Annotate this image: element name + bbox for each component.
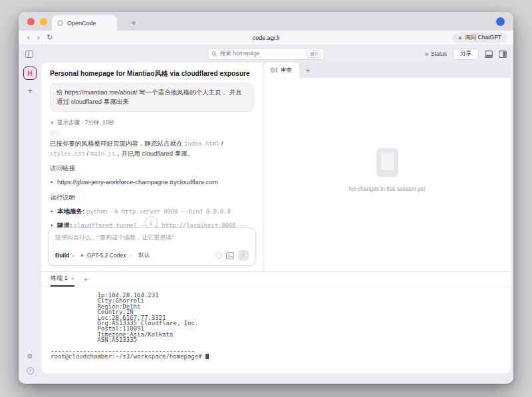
- new-project-button[interactable]: +: [27, 86, 33, 96]
- browser-tabstrip: OpenCode +: [19, 12, 513, 31]
- openai-logo-icon: ✳: [80, 253, 84, 259]
- user-message: 给 https://miantiao.me/about/ 写一个适合他风格的个人…: [50, 83, 254, 112]
- status-label: Status: [431, 51, 447, 57]
- summary-text: /: [219, 140, 223, 147]
- review-tab-label: 审查: [281, 66, 292, 74]
- reload-icon[interactable]: ↻: [47, 34, 53, 41]
- status-indicator[interactable]: Status: [425, 51, 447, 57]
- tab-terminal-1[interactable]: 终端 1 ×: [51, 274, 74, 287]
- ask-chatgpt-button[interactable]: ✳ 询问 ChatGPT: [453, 33, 507, 43]
- help-icon[interactable]: ?: [27, 367, 34, 374]
- share-button[interactable]: 分享: [453, 49, 479, 60]
- run-heading: 运行说明: [50, 194, 254, 202]
- terminal-output: Ip:104.28.164.231 City:Ghorroli Region:D…: [51, 292, 205, 360]
- openai-logo-icon: ✳: [458, 35, 463, 41]
- show-steps-toggle[interactable]: ▼ 显示步骤 · 7分钟, 10秒: [50, 119, 254, 127]
- search-shortcut-badge: ⌘P: [307, 50, 321, 58]
- mode-label: Build: [55, 252, 69, 259]
- new-tab-button[interactable]: +: [127, 15, 140, 30]
- ask-chatgpt-label: 询问 ChatGPT: [465, 34, 501, 42]
- search-placeholder: 搜索 homepage: [220, 50, 303, 58]
- opencode-app: 搜索 homepage ⌘P Status 分享 H: [19, 45, 513, 384]
- workspace: Personal homepage for Miantiao风格 via clo…: [41, 63, 511, 373]
- address-bar[interactable]: code.agi.li: [253, 35, 280, 41]
- bullet-code: python -m http.server 8000 --bind 0.0.0.…: [86, 208, 231, 215]
- default-option[interactable]: 默认: [138, 251, 150, 259]
- sidebar-toggle-icon[interactable]: [25, 51, 33, 58]
- terminal-tabstrip: 终端 1 × +: [41, 272, 511, 287]
- links-heading: 访问链接: [50, 164, 254, 173]
- empty-file-icon: [376, 148, 398, 177]
- tab-review[interactable]: 审查: [263, 63, 299, 78]
- panel-right-icon[interactable]: [499, 51, 507, 58]
- inline-code: main.js: [90, 150, 115, 157]
- arrow-down-icon: ↓: [149, 219, 152, 226]
- model-label: GPT-5.2 Codex: [87, 252, 126, 259]
- summary-text: ，并已用 cloudflared 暴露。: [115, 150, 194, 157]
- add-review-tab-button[interactable]: +: [299, 63, 317, 78]
- arrow-up-icon: ↑: [242, 252, 245, 259]
- chevron-down-icon: ⌄: [71, 253, 75, 258]
- app-header: 搜索 homepage ⌘P Status 分享: [19, 45, 513, 63]
- browser-tab-opencode[interactable]: OpenCode: [52, 15, 117, 31]
- add-terminal-button[interactable]: +: [84, 275, 88, 287]
- inline-code: styles.css: [50, 150, 85, 157]
- chevron-down-icon: ▼: [50, 120, 55, 125]
- inline-code: index.html: [184, 140, 219, 147]
- browser-window: OpenCode + ‹ › ↻ code.agi.li ✳ 询问 ChatGP…: [19, 12, 513, 384]
- message-composer[interactable]: 随便问点什么... "重构这个函数，让它更易读" Build ⌄ ✳ GPT-5…: [48, 227, 256, 266]
- forward-icon[interactable]: ›: [37, 34, 40, 41]
- diff-columns-icon: [271, 67, 277, 73]
- minimize-window-button[interactable]: [40, 18, 47, 25]
- summary-text: /: [85, 150, 90, 157]
- list-item: 本地服务: python -m http.server 8000 --bind …: [50, 207, 254, 216]
- profile-avatar[interactable]: [496, 17, 505, 26]
- terminal-panel: 终端 1 × + Ip:104.28.164.231 City:Ghorroli…: [41, 271, 511, 373]
- record-circle-icon[interactable]: [215, 252, 222, 259]
- mode-selector[interactable]: Build ⌄: [55, 252, 75, 259]
- review-pane: 审查 + No changes in this session yet: [263, 63, 511, 271]
- project-logo-homepage[interactable]: H: [23, 66, 37, 80]
- main-area: H + ⚙ ? Personal homepage for Miantiao风格…: [19, 63, 513, 384]
- bullet-label: 本地服务:: [57, 207, 84, 215]
- panel-bottom-icon[interactable]: [485, 51, 493, 58]
- steps-toggle-label: 显示步骤 · 7分钟, 10秒: [57, 119, 114, 127]
- terminal-tab-label: 终端 1: [51, 274, 68, 283]
- close-icon[interactable]: ×: [71, 275, 74, 282]
- summary-text: 已按你要的风格整理好页面内容，静态站点就在: [50, 140, 184, 147]
- assistant-summary: 已按你要的风格整理好页面内容，静态站点就在 index.html / style…: [50, 138, 254, 158]
- search-icon: [211, 51, 217, 57]
- composer-placeholder: 随便问点什么... "重构这个函数，让它更易读": [55, 233, 249, 242]
- close-window-button[interactable]: [27, 18, 35, 25]
- search-input[interactable]: 搜索 homepage ⌘P: [207, 48, 325, 60]
- terminal-output-area[interactable]: Ip:104.28.164.231 City:Ghorroli Region:D…: [41, 287, 511, 373]
- opencode-favicon-icon: [57, 20, 63, 26]
- browser-toolbar: ‹ › ↻ code.agi.li ✳ 询问 ChatGPT: [19, 31, 513, 45]
- model-selector[interactable]: ✳ GPT-5.2 Codex ⌄: [80, 252, 132, 259]
- chevron-down-icon: ⌄: [128, 253, 132, 258]
- review-tabstrip: 审查 +: [263, 63, 511, 78]
- send-button[interactable]: ↑: [238, 250, 249, 261]
- tunnel-link[interactable]: https://glow-jerry-workforce-champagne.t…: [57, 178, 218, 186]
- session-title: Personal homepage for Miantiao风格 via clo…: [50, 69, 254, 78]
- terminal-cursor: [205, 354, 209, 359]
- attach-image-icon[interactable]: [226, 252, 234, 259]
- tab-title: OpenCode: [67, 20, 96, 27]
- settings-gear-icon[interactable]: ⚙: [27, 353, 33, 360]
- project-rail: H + ⚙ ?: [19, 63, 41, 384]
- back-icon[interactable]: ‹: [27, 34, 30, 41]
- chat-pane: Personal homepage for Miantiao风格 via clo…: [41, 63, 263, 271]
- review-empty-state: No changes in this session yet: [263, 78, 511, 271]
- status-dot: [425, 53, 428, 56]
- empty-state-text: No changes in this session yet: [349, 186, 426, 192]
- faded-section-label: 总结: [50, 130, 254, 136]
- list-item: https://glow-jerry-workforce-champagne.t…: [50, 178, 254, 187]
